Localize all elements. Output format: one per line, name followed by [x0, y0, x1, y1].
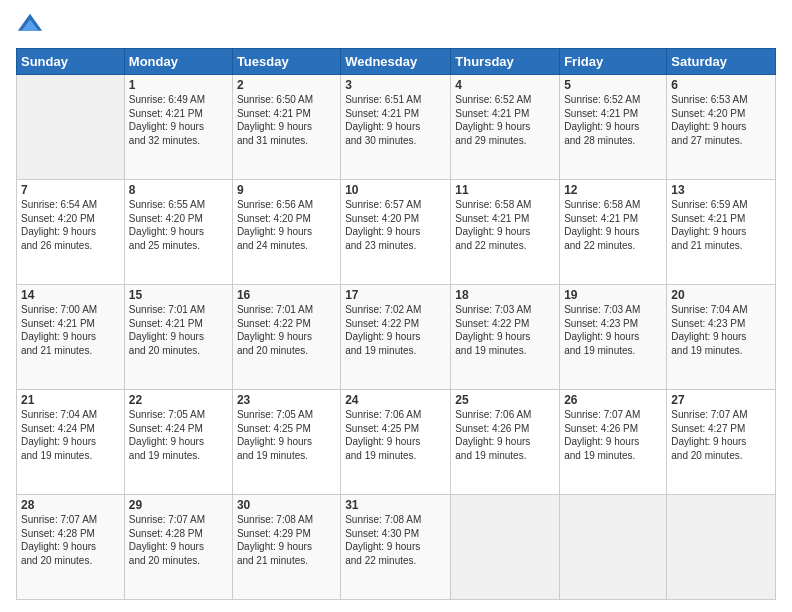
day-number: 18 [455, 288, 555, 302]
day-info: Sunrise: 7:00 AM Sunset: 4:21 PM Dayligh… [21, 303, 120, 357]
day-number: 16 [237, 288, 336, 302]
day-number: 19 [564, 288, 662, 302]
day-info: Sunrise: 7:07 AM Sunset: 4:26 PM Dayligh… [564, 408, 662, 462]
day-info: Sunrise: 6:54 AM Sunset: 4:20 PM Dayligh… [21, 198, 120, 252]
day-info: Sunrise: 7:02 AM Sunset: 4:22 PM Dayligh… [345, 303, 446, 357]
day-number: 2 [237, 78, 336, 92]
calendar-cell: 12Sunrise: 6:58 AM Sunset: 4:21 PM Dayli… [560, 180, 667, 285]
calendar: SundayMondayTuesdayWednesdayThursdayFrid… [16, 48, 776, 600]
calendar-cell: 14Sunrise: 7:00 AM Sunset: 4:21 PM Dayli… [17, 285, 125, 390]
day-number: 25 [455, 393, 555, 407]
calendar-cell: 26Sunrise: 7:07 AM Sunset: 4:26 PM Dayli… [560, 390, 667, 495]
calendar-cell: 13Sunrise: 6:59 AM Sunset: 4:21 PM Dayli… [667, 180, 776, 285]
day-info: Sunrise: 7:08 AM Sunset: 4:29 PM Dayligh… [237, 513, 336, 567]
calendar-cell: 4Sunrise: 6:52 AM Sunset: 4:21 PM Daylig… [451, 75, 560, 180]
day-info: Sunrise: 7:03 AM Sunset: 4:23 PM Dayligh… [564, 303, 662, 357]
day-info: Sunrise: 6:49 AM Sunset: 4:21 PM Dayligh… [129, 93, 228, 147]
day-info: Sunrise: 7:06 AM Sunset: 4:25 PM Dayligh… [345, 408, 446, 462]
day-number: 11 [455, 183, 555, 197]
day-number: 15 [129, 288, 228, 302]
calendar-cell: 25Sunrise: 7:06 AM Sunset: 4:26 PM Dayli… [451, 390, 560, 495]
day-number: 9 [237, 183, 336, 197]
logo [16, 12, 48, 40]
calendar-cell: 28Sunrise: 7:07 AM Sunset: 4:28 PM Dayli… [17, 495, 125, 600]
day-info: Sunrise: 7:05 AM Sunset: 4:24 PM Dayligh… [129, 408, 228, 462]
day-number: 28 [21, 498, 120, 512]
calendar-cell: 20Sunrise: 7:04 AM Sunset: 4:23 PM Dayli… [667, 285, 776, 390]
day-info: Sunrise: 7:03 AM Sunset: 4:22 PM Dayligh… [455, 303, 555, 357]
header [16, 12, 776, 40]
day-info: Sunrise: 6:52 AM Sunset: 4:21 PM Dayligh… [455, 93, 555, 147]
day-header: Wednesday [341, 49, 451, 75]
day-number: 7 [21, 183, 120, 197]
calendar-cell: 17Sunrise: 7:02 AM Sunset: 4:22 PM Dayli… [341, 285, 451, 390]
page: SundayMondayTuesdayWednesdayThursdayFrid… [0, 0, 792, 612]
calendar-cell: 27Sunrise: 7:07 AM Sunset: 4:27 PM Dayli… [667, 390, 776, 495]
day-info: Sunrise: 6:58 AM Sunset: 4:21 PM Dayligh… [455, 198, 555, 252]
day-number: 31 [345, 498, 446, 512]
day-number: 29 [129, 498, 228, 512]
day-number: 30 [237, 498, 336, 512]
day-header: Tuesday [232, 49, 340, 75]
day-number: 20 [671, 288, 771, 302]
day-number: 22 [129, 393, 228, 407]
calendar-cell: 1Sunrise: 6:49 AM Sunset: 4:21 PM Daylig… [124, 75, 232, 180]
calendar-cell: 16Sunrise: 7:01 AM Sunset: 4:22 PM Dayli… [232, 285, 340, 390]
calendar-cell: 9Sunrise: 6:56 AM Sunset: 4:20 PM Daylig… [232, 180, 340, 285]
day-number: 5 [564, 78, 662, 92]
day-info: Sunrise: 6:51 AM Sunset: 4:21 PM Dayligh… [345, 93, 446, 147]
calendar-cell [17, 75, 125, 180]
calendar-cell: 3Sunrise: 6:51 AM Sunset: 4:21 PM Daylig… [341, 75, 451, 180]
calendar-cell: 2Sunrise: 6:50 AM Sunset: 4:21 PM Daylig… [232, 75, 340, 180]
calendar-cell: 23Sunrise: 7:05 AM Sunset: 4:25 PM Dayli… [232, 390, 340, 495]
day-header: Thursday [451, 49, 560, 75]
calendar-cell: 21Sunrise: 7:04 AM Sunset: 4:24 PM Dayli… [17, 390, 125, 495]
day-info: Sunrise: 7:07 AM Sunset: 4:28 PM Dayligh… [129, 513, 228, 567]
day-header: Sunday [17, 49, 125, 75]
day-info: Sunrise: 7:08 AM Sunset: 4:30 PM Dayligh… [345, 513, 446, 567]
calendar-cell [667, 495, 776, 600]
day-info: Sunrise: 7:07 AM Sunset: 4:27 PM Dayligh… [671, 408, 771, 462]
day-info: Sunrise: 7:01 AM Sunset: 4:22 PM Dayligh… [237, 303, 336, 357]
day-info: Sunrise: 6:56 AM Sunset: 4:20 PM Dayligh… [237, 198, 336, 252]
calendar-cell [451, 495, 560, 600]
day-number: 13 [671, 183, 771, 197]
calendar-cell: 8Sunrise: 6:55 AM Sunset: 4:20 PM Daylig… [124, 180, 232, 285]
day-info: Sunrise: 6:50 AM Sunset: 4:21 PM Dayligh… [237, 93, 336, 147]
calendar-cell: 11Sunrise: 6:58 AM Sunset: 4:21 PM Dayli… [451, 180, 560, 285]
calendar-cell: 31Sunrise: 7:08 AM Sunset: 4:30 PM Dayli… [341, 495, 451, 600]
day-number: 21 [21, 393, 120, 407]
day-info: Sunrise: 6:52 AM Sunset: 4:21 PM Dayligh… [564, 93, 662, 147]
logo-icon [16, 12, 44, 40]
day-number: 14 [21, 288, 120, 302]
calendar-cell: 6Sunrise: 6:53 AM Sunset: 4:20 PM Daylig… [667, 75, 776, 180]
day-number: 4 [455, 78, 555, 92]
day-info: Sunrise: 6:53 AM Sunset: 4:20 PM Dayligh… [671, 93, 771, 147]
calendar-cell: 22Sunrise: 7:05 AM Sunset: 4:24 PM Dayli… [124, 390, 232, 495]
calendar-cell [560, 495, 667, 600]
day-number: 17 [345, 288, 446, 302]
calendar-cell: 24Sunrise: 7:06 AM Sunset: 4:25 PM Dayli… [341, 390, 451, 495]
day-info: Sunrise: 6:59 AM Sunset: 4:21 PM Dayligh… [671, 198, 771, 252]
day-info: Sunrise: 7:01 AM Sunset: 4:21 PM Dayligh… [129, 303, 228, 357]
day-number: 10 [345, 183, 446, 197]
calendar-cell: 5Sunrise: 6:52 AM Sunset: 4:21 PM Daylig… [560, 75, 667, 180]
day-header: Friday [560, 49, 667, 75]
day-info: Sunrise: 6:55 AM Sunset: 4:20 PM Dayligh… [129, 198, 228, 252]
calendar-cell: 10Sunrise: 6:57 AM Sunset: 4:20 PM Dayli… [341, 180, 451, 285]
calendar-cell: 29Sunrise: 7:07 AM Sunset: 4:28 PM Dayli… [124, 495, 232, 600]
day-number: 1 [129, 78, 228, 92]
calendar-cell: 7Sunrise: 6:54 AM Sunset: 4:20 PM Daylig… [17, 180, 125, 285]
day-info: Sunrise: 7:07 AM Sunset: 4:28 PM Dayligh… [21, 513, 120, 567]
day-info: Sunrise: 7:05 AM Sunset: 4:25 PM Dayligh… [237, 408, 336, 462]
day-number: 3 [345, 78, 446, 92]
day-header: Monday [124, 49, 232, 75]
day-info: Sunrise: 7:06 AM Sunset: 4:26 PM Dayligh… [455, 408, 555, 462]
calendar-cell: 19Sunrise: 7:03 AM Sunset: 4:23 PM Dayli… [560, 285, 667, 390]
day-info: Sunrise: 7:04 AM Sunset: 4:23 PM Dayligh… [671, 303, 771, 357]
day-number: 6 [671, 78, 771, 92]
day-header: Saturday [667, 49, 776, 75]
calendar-cell: 15Sunrise: 7:01 AM Sunset: 4:21 PM Dayli… [124, 285, 232, 390]
day-number: 8 [129, 183, 228, 197]
day-info: Sunrise: 6:58 AM Sunset: 4:21 PM Dayligh… [564, 198, 662, 252]
